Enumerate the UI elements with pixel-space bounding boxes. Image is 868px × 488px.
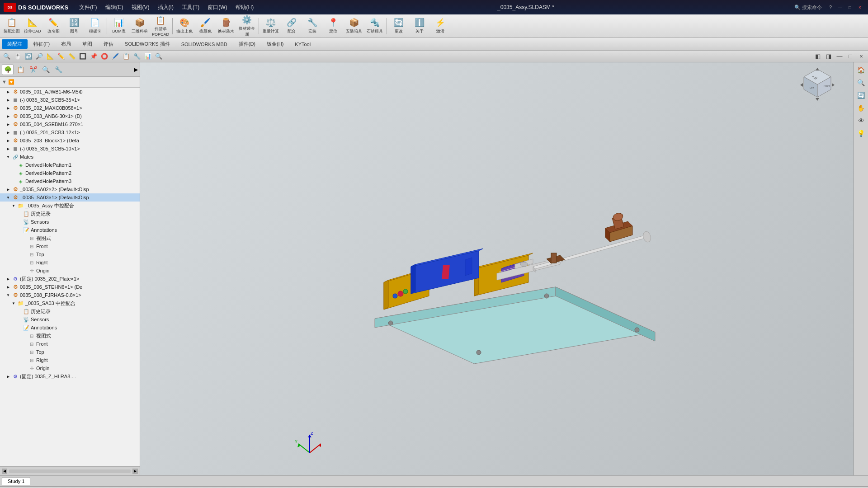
view-clipboard[interactable]: 📋 [121,52,131,61]
tree-arrow[interactable] [16,219,22,225]
tree-arrow[interactable]: ▶ [5,138,11,143]
tree-arrow[interactable] [16,317,22,322]
tree-item-derived2[interactable]: ◈ DerivedHolePattern2 [0,169,140,177]
maximize-button[interactable]: □ [845,4,854,11]
panel-tab-cut[interactable]: ✂️ [27,64,39,75]
tree-item-sa03[interactable]: ▼ ⚙ _0035_SA03×1> (Default<Disp [0,193,140,202]
menu-help[interactable]: 帮助(H) [232,3,258,12]
tree-arrow-expanded[interactable]: ▼ [5,292,11,298]
tree-arrow[interactable] [16,325,22,330]
tree-item-rha-right[interactable]: ⊟ Right [0,356,140,364]
help-icon[interactable]: ? [829,5,832,10]
tree-item-0035305[interactable]: ▶ ◼ (-) 0035_305_SCB5-10×1> [0,145,140,153]
tree-arrow[interactable] [22,260,27,265]
toolbar-3dbom[interactable]: 📦 三维料单 [130,16,150,36]
view-pan[interactable]: 🖱️ [13,52,23,61]
panel-tab-tree[interactable]: 🌳 [2,64,14,75]
tree-arrow[interactable]: ▶ [5,187,11,192]
tree-item-front[interactable]: ⊟ Front [0,242,140,250]
tree-item-0035003[interactable]: ▶ ⚙ 0035_003_ANB6-30×1> (D) [0,112,140,120]
toolbar-colorexport[interactable]: 🎨 输出上色 [175,16,194,36]
tree-item-history[interactable]: 📋 历史记录 [0,210,140,218]
tab-sw-plugin[interactable]: SOLIDWORKS 插件 [119,39,175,49]
tree-arrow-expanded[interactable]: ▼ [11,203,16,208]
tree-arrow[interactable]: ▶ [5,122,11,127]
tree-item-annotations[interactable]: 📝 Annotations [0,226,140,234]
tree-arrow[interactable] [22,235,27,241]
tree-arrow[interactable] [22,357,27,363]
tab-layout[interactable]: 布局 [56,39,76,49]
tree-item-top[interactable]: ⊟ Top [0,250,140,258]
tree-item-steh[interactable]: ▶ ⚙ 0035_006_STEHN6×1> (De [0,283,140,291]
toolbar-mate[interactable]: 🔗 配合 [282,16,302,36]
tree-arrow[interactable]: ▶ [5,105,11,111]
tree-item-last[interactable]: ▶ ⚙ (固定) 0035_Z_HLRA8-... [0,372,140,380]
view-cube[interactable]: Top Left Front [799,67,835,103]
tree-item-0035001[interactable]: ▶ ⚙ 0035_001_AJWB1-M6-M5⊕ [0,88,140,96]
right-btn-rotate[interactable]: 🔄 [855,89,867,101]
tree-arrow[interactable] [16,211,22,216]
view-extra4[interactable]: □ [845,52,855,61]
tree-item-sensors[interactable]: 📡 Sensors [0,218,140,226]
panel-tab-search[interactable]: 🔍 [40,64,52,75]
view-fit[interactable]: 🔎 [34,52,44,61]
tree-arrow-expanded[interactable]: ▼ [5,195,11,200]
toolbar-drawnumber[interactable]: 🔢 图号 [64,16,84,36]
view-dimension[interactable]: 📏 [67,52,77,61]
toolbar-popcad[interactable]: 📋 件清单POPCAD [151,16,170,36]
tree-item-mates[interactable]: ▼ 🔗 Mates [0,153,140,161]
toolbar-woodmaterial[interactable]: 🪵 换材质木 [216,16,236,36]
tab-sw-mbd[interactable]: SOLIDWORKS MBD [176,40,233,48]
right-btn-pan[interactable]: ✋ [855,102,867,114]
view-pin[interactable]: 📌 [89,52,99,61]
tree-item-rha-sensors[interactable]: 📡 Sensors [0,315,140,324]
tab-evaluate[interactable]: 评估 [98,39,119,49]
bottom-tab-study1[interactable]: Study 1 [2,477,30,485]
tree-item-sa02[interactable]: ▶ ⚙ _0035_SA02×2> (Default<Disp [0,185,140,193]
menu-tools[interactable]: 工具(T) [178,3,203,12]
menu-file[interactable]: 文件(F) [75,3,100,12]
right-btn-display[interactable]: 💡 [855,127,867,139]
view-circle[interactable]: ⭕ [99,52,109,61]
toolbar-rename[interactable]: ✏️ 改名图 [43,16,63,36]
toolbar-bom[interactable]: 📊 BOM表 [109,16,129,36]
view-wrench[interactable]: 🔧 [132,52,142,61]
view-extra5[interactable]: × [856,52,866,61]
tree-item-0035201[interactable]: ▶ ◼ (-) 0035_201_SCB3-12×1> [0,128,140,136]
tab-assembly[interactable]: 装配注 [2,39,28,49]
view-extra2[interactable]: ◨ [824,52,834,61]
tree-arrow[interactable]: ▶ [5,146,11,151]
tree-arrow[interactable]: ▶ [5,130,11,135]
scroll-right[interactable]: ▶ [132,469,138,474]
panel-expand[interactable]: ▶ [134,66,138,73]
tree-arrow[interactable]: ▶ [5,97,11,103]
view-section[interactable]: 🔲 [78,52,88,61]
tree-item-rha-origin[interactable]: ✛ Origin [0,364,140,372]
menu-view[interactable]: 视图(V) [128,3,153,12]
tree-arrow[interactable] [22,341,27,347]
tree-arrow[interactable]: ▶ [5,374,11,379]
search-box[interactable]: 🔍 搜索命令 [794,4,822,11]
minimize-button[interactable]: — [835,4,844,11]
tree-arrow[interactable]: ▶ [5,276,11,282]
tree-arrow[interactable] [16,309,22,314]
tree-item-right[interactable]: ⊟ Right [0,258,140,267]
tree-arrow[interactable] [16,227,22,233]
tree-item-plate[interactable]: ▶ ⚙ (固定) 0035_202_Plate×1> [0,275,140,283]
tree-arrow[interactable]: ▶ [5,284,11,290]
tree-arrow[interactable] [22,268,27,273]
toolbar-install[interactable]: 🔧 安装 [302,16,322,36]
toolbar-assydraw[interactable]: 📋 装配出图 [2,16,22,36]
tree-item-format[interactable]: ⊟ 视图式 [0,234,140,242]
tree-arrow[interactable] [22,252,27,257]
view-pen[interactable]: 🖊️ [110,52,120,61]
tree-arrow[interactable]: ▶ [5,113,11,119]
menu-window[interactable]: 窗口(W) [204,3,231,12]
tree-item-0035002[interactable]: ▶ ⚙ 0035_002_MAXC0B058×1> [0,104,140,112]
tree-arrow-expanded[interactable]: ▼ [11,300,16,306]
tree-arrow[interactable] [22,244,27,249]
panel-tab-config[interactable]: 🔧 [52,64,64,75]
view-zoom-in[interactable]: 🔍 [2,52,12,61]
toolbar-fixture[interactable]: 📦 安装箱具 [344,16,364,36]
toolbar-metalmaterial[interactable]: ⚙️ 换材质金属 [237,16,257,36]
